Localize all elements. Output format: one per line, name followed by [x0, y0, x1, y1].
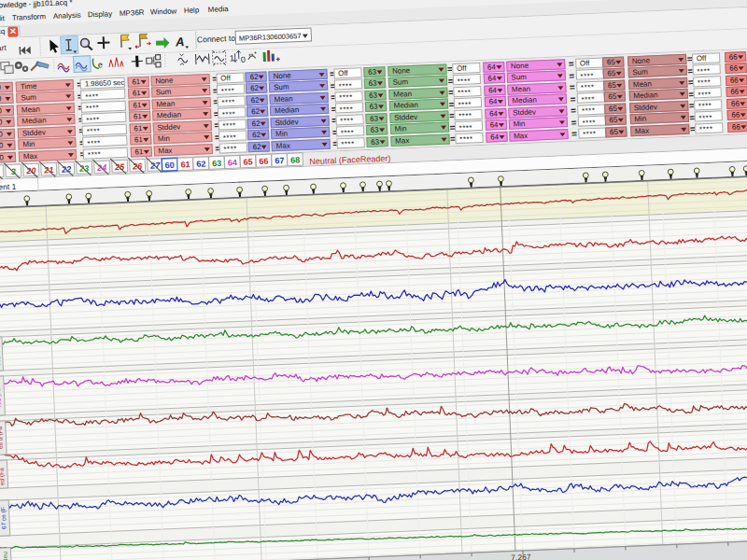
svg-text:61: 61 — [180, 160, 190, 169]
svg-text:66: 66 — [259, 157, 268, 166]
svg-text:1: 1 — [230, 54, 234, 63]
svg-text:65: 65 — [243, 158, 252, 167]
svg-text:7.267: 7.267 — [511, 552, 531, 560]
svg-text:62: 62 — [196, 160, 205, 169]
svg-text:e: e — [98, 60, 103, 69]
svg-text:63: 63 — [212, 159, 221, 168]
svg-text:64: 64 — [228, 158, 237, 167]
svg-text:0: 0 — [241, 55, 246, 64]
svg-text:68 Neu: 68 Neu — [1, 551, 8, 560]
svg-text:67: 67 — [275, 156, 284, 165]
svg-text:68: 68 — [290, 155, 300, 164]
svg-text:60: 60 — [165, 161, 175, 170]
svg-text:A: A — [175, 35, 185, 49]
